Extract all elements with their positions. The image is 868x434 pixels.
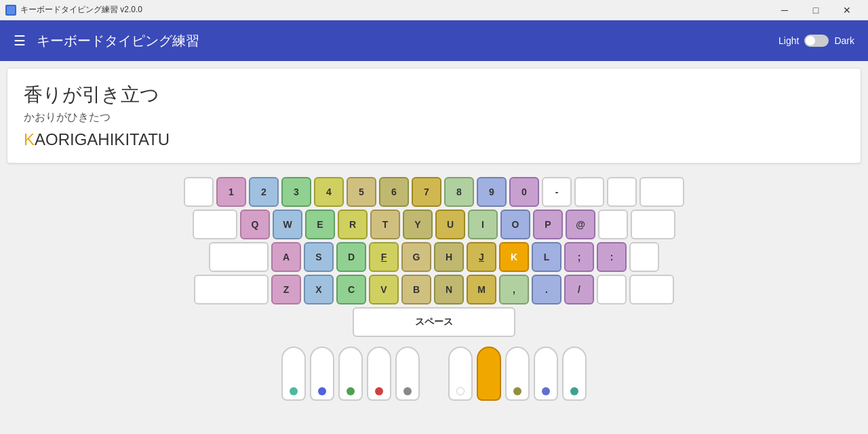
key-9[interactable]: 9 (477, 177, 507, 207)
finger-dot-left-thumb (403, 387, 412, 395)
theme-light-label: Light (778, 35, 799, 46)
key-at[interactable]: @ (566, 210, 595, 239)
space-row: スペース (353, 307, 515, 337)
key-comma[interactable]: , (499, 275, 529, 304)
key-h[interactable]: H (434, 242, 464, 272)
key-space[interactable]: スペース (353, 307, 515, 337)
key-equal[interactable] (574, 177, 604, 207)
key-v[interactable]: V (369, 275, 399, 304)
key-4[interactable]: 4 (314, 177, 344, 207)
key-t[interactable]: T (370, 210, 400, 239)
asdf-row: A S D F G H J K L ; : (209, 242, 659, 272)
key-backtick[interactable] (184, 177, 214, 207)
title-bar: キーボードタイピング練習 v2.0.0 ─ □ ✕ (0, 0, 868, 20)
key-c[interactable]: C (336, 275, 366, 304)
key-5[interactable]: 5 (347, 177, 376, 207)
theme-toggle: Light Dark (778, 35, 854, 47)
window-controls: ─ □ ✕ (769, 0, 863, 20)
key-yen[interactable] (607, 177, 637, 207)
finger-right-pinky (562, 347, 587, 401)
finger-right-thumb (448, 347, 473, 401)
finger-left-pinky (281, 347, 306, 401)
qwerty-row: Q W E R T Y U I O P @ (193, 210, 675, 239)
theme-toggle-switch[interactable] (804, 35, 829, 47)
finger-right-ring (534, 347, 558, 401)
romaji-text: かおりがひきたつ (24, 111, 844, 125)
key-l[interactable]: L (532, 242, 561, 272)
app-icon (5, 5, 16, 16)
key-backslash[interactable] (597, 275, 627, 304)
key-q[interactable]: Q (240, 210, 270, 239)
finger-dot-left-pinky (290, 387, 298, 395)
hamburger-icon[interactable]: ☰ (14, 33, 26, 49)
typing-progress: KAORIGAHIKITATU (24, 130, 844, 149)
maximize-button[interactable]: □ (800, 0, 831, 20)
svg-rect-0 (7, 6, 15, 14)
key-8[interactable]: 8 (444, 177, 474, 207)
finger-gap (424, 347, 444, 401)
key-period[interactable]: . (532, 275, 561, 304)
title-bar-text: キーボードタイピング練習 v2.0.0 (20, 4, 769, 16)
number-row: 1 2 3 4 5 6 7 8 9 0 - (184, 177, 684, 207)
typed-text: K (24, 130, 35, 149)
key-bracket-open[interactable] (598, 210, 628, 239)
key-e[interactable]: E (305, 210, 335, 239)
key-o[interactable]: O (500, 210, 530, 239)
finger-left-middle (338, 347, 363, 401)
key-d[interactable]: D (336, 242, 366, 272)
finger-dot-right-index (485, 387, 493, 395)
key-j[interactable]: J (467, 242, 496, 272)
key-p[interactable]: P (533, 210, 563, 239)
key-2[interactable]: 2 (249, 177, 279, 207)
finger-left-ring (310, 347, 334, 401)
key-1[interactable]: 1 (216, 177, 246, 207)
key-z[interactable]: Z (271, 275, 301, 304)
zxcv-row: Z X C V B N M , . / (194, 275, 674, 304)
key-colon[interactable]: : (597, 242, 627, 272)
key-u[interactable]: U (435, 210, 465, 239)
theme-dark-label: Dark (834, 35, 854, 46)
key-semicolon[interactable]: ; (564, 242, 594, 272)
key-shift-right[interactable] (629, 275, 674, 304)
text-display: 香りが引き立つ かおりがひきたつ KAORIGAHIKITATU (7, 68, 861, 163)
finger-left-thumb (395, 347, 420, 401)
key-7[interactable]: 7 (412, 177, 441, 207)
key-tab[interactable] (193, 210, 237, 239)
key-g[interactable]: G (401, 242, 431, 272)
key-x[interactable]: X (304, 275, 334, 304)
finger-dot-right-middle (513, 387, 521, 395)
key-3[interactable]: 3 (281, 177, 311, 207)
key-a[interactable]: A (271, 242, 301, 272)
finger-left-index (367, 347, 391, 401)
key-shift-left[interactable] (194, 275, 269, 304)
finger-dot-left-index (375, 387, 383, 395)
key-bracket-close[interactable] (629, 242, 659, 272)
finger-dot-left-middle (347, 387, 355, 395)
key-m[interactable]: M (467, 275, 496, 304)
key-f[interactable]: F (369, 242, 399, 272)
key-enter-top[interactable] (631, 210, 675, 239)
finger-right-middle (505, 347, 530, 401)
key-slash[interactable]: / (564, 275, 594, 304)
finger-dot-left-ring (318, 387, 326, 395)
key-y[interactable]: Y (403, 210, 433, 239)
key-capslock[interactable] (209, 242, 269, 272)
key-k[interactable]: K (499, 242, 529, 272)
key-0[interactable]: 0 (509, 177, 539, 207)
minimize-button[interactable]: ─ (769, 0, 800, 20)
finger-dot-right-ring (542, 387, 550, 395)
key-backspace[interactable] (639, 177, 684, 207)
key-minus[interactable]: - (542, 177, 572, 207)
key-i[interactable]: I (468, 210, 498, 239)
key-s[interactable]: S (304, 242, 334, 272)
key-b[interactable]: B (401, 275, 431, 304)
key-w[interactable]: W (273, 210, 302, 239)
close-button[interactable]: ✕ (831, 0, 863, 20)
remaining-text: AORIGAHIKITATU (35, 130, 170, 149)
finger-diagram (281, 347, 587, 401)
finger-dot-right-thumb (456, 387, 465, 395)
app-title: キーボードタイピング練習 (37, 32, 778, 50)
key-6[interactable]: 6 (379, 177, 409, 207)
key-r[interactable]: R (338, 210, 368, 239)
key-n[interactable]: N (434, 275, 464, 304)
